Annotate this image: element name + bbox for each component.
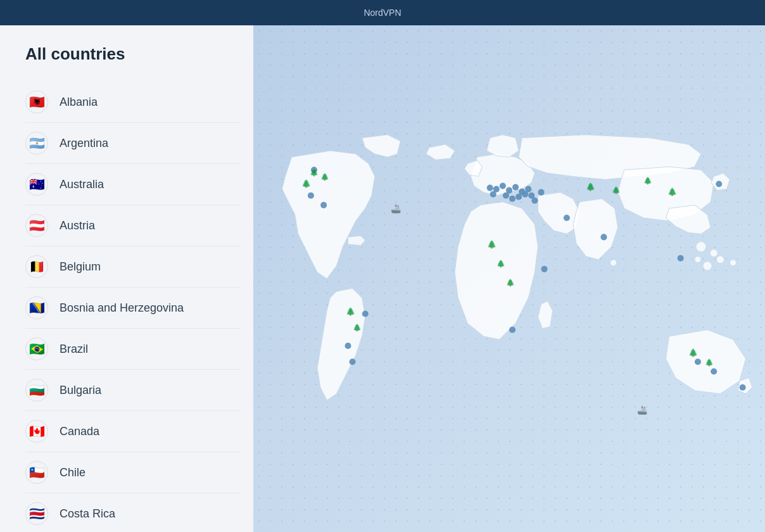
- svg-point-26: [600, 234, 607, 240]
- svg-text:🌲: 🌲: [705, 358, 714, 367]
- svg-point-14: [509, 196, 515, 202]
- country-item-belgium[interactable]: 🇧🇪Belgium: [25, 246, 241, 288]
- country-name-canada: Canada: [60, 425, 99, 438]
- svg-text:🌲: 🌲: [688, 348, 699, 358]
- country-item-austria[interactable]: 🇦🇹Austria: [25, 205, 241, 246]
- title-bar: NordVPN: [0, 0, 765, 25]
- main-container: All countries 🇦🇱Albania🇦🇷Argentina🇦🇺Aust…: [0, 25, 765, 532]
- svg-point-15: [515, 194, 522, 200]
- country-name-austria: Austria: [60, 219, 95, 232]
- country-item-australia[interactable]: 🇦🇺Australia: [25, 164, 241, 205]
- svg-point-21: [531, 198, 538, 204]
- app-title: NordVPN: [364, 8, 401, 18]
- svg-text:🌲: 🌲: [310, 168, 319, 177]
- svg-point-6: [730, 260, 736, 266]
- svg-point-23: [564, 215, 570, 221]
- svg-point-19: [487, 185, 493, 191]
- svg-text:🌲: 🌲: [643, 176, 652, 185]
- country-name-albania: Albania: [60, 96, 98, 109]
- country-name-bosnia: Bosnia and Herzegovina: [60, 301, 184, 315]
- svg-point-18: [490, 191, 496, 198]
- svg-text:🌲: 🌲: [487, 239, 497, 250]
- svg-point-1: [696, 241, 706, 251]
- world-map: 🌲 🌲 🌲 🌲 🌲 🌲 🌲 🌲 🌲 🌲 🌲 🌲 🌲 🌲 🚢 🚢 🚢: [253, 25, 765, 532]
- flag-costa-rica: 🇨🇷: [25, 502, 48, 525]
- svg-point-28: [716, 180, 722, 187]
- flag-albania: 🇦🇱: [25, 91, 48, 113]
- svg-text:🌲: 🌲: [320, 172, 329, 181]
- svg-point-5: [716, 256, 724, 263]
- country-item-brazil[interactable]: 🇧🇷Brazil: [25, 329, 241, 370]
- sidebar[interactable]: All countries 🇦🇱Albania🇦🇷Argentina🇦🇺Aust…: [0, 25, 253, 532]
- flag-australia: 🇦🇺: [25, 173, 48, 196]
- country-name-costa-rica: Costa Rica: [60, 507, 115, 521]
- svg-text:🌲: 🌲: [667, 187, 678, 197]
- svg-text:🌲: 🌲: [586, 182, 596, 192]
- country-list: 🇦🇱Albania🇦🇷Argentina🇦🇺Australia🇦🇹Austria…: [25, 82, 241, 532]
- country-name-australia: Australia: [60, 178, 104, 191]
- flag-chile: 🇨🇱: [25, 461, 48, 484]
- flag-bosnia: 🇧🇦: [25, 296, 48, 319]
- svg-point-37: [345, 343, 351, 349]
- country-item-bosnia[interactable]: 🇧🇦Bosnia and Herzegovina: [25, 288, 241, 329]
- country-item-canada[interactable]: 🇨🇦Canada: [25, 411, 241, 452]
- svg-point-34: [320, 202, 327, 208]
- svg-point-24: [541, 266, 548, 272]
- svg-text:🚢: 🚢: [391, 203, 401, 214]
- svg-point-25: [509, 327, 515, 333]
- flag-argentina: 🇦🇷: [25, 132, 48, 155]
- svg-point-30: [711, 368, 717, 374]
- svg-text:🌲: 🌲: [612, 186, 621, 194]
- svg-text:🚢: 🚢: [637, 405, 648, 415]
- flag-austria: 🇦🇹: [25, 214, 48, 237]
- svg-point-35: [362, 311, 369, 317]
- svg-text:🌲: 🌲: [496, 259, 505, 268]
- svg-point-2: [710, 250, 718, 257]
- flag-bulgaria: 🇧🇬: [25, 379, 48, 402]
- svg-point-3: [695, 256, 701, 263]
- svg-text:🌲: 🌲: [301, 179, 312, 189]
- country-item-costa-rica[interactable]: 🇨🇷Costa Rica: [25, 493, 241, 532]
- svg-point-22: [538, 189, 544, 196]
- country-item-albania[interactable]: 🇦🇱Albania: [25, 82, 241, 123]
- country-item-chile[interactable]: 🇨🇱Chile: [25, 452, 241, 493]
- svg-point-29: [695, 358, 701, 365]
- svg-point-31: [740, 384, 746, 391]
- country-name-argentina: Argentina: [60, 137, 108, 150]
- svg-point-27: [678, 255, 684, 262]
- svg-point-13: [503, 193, 509, 199]
- svg-point-17: [525, 186, 531, 193]
- svg-text:🌲: 🌲: [506, 278, 515, 287]
- country-name-chile: Chile: [60, 466, 85, 479]
- svg-text:🌲: 🌲: [353, 323, 362, 332]
- country-item-bulgaria[interactable]: 🇧🇬Bulgaria: [25, 370, 241, 411]
- country-name-belgium: Belgium: [60, 260, 101, 274]
- flag-brazil: 🇧🇷: [25, 338, 48, 360]
- country-name-brazil: Brazil: [60, 343, 88, 356]
- svg-point-33: [308, 193, 314, 199]
- svg-point-4: [703, 262, 712, 270]
- flag-canada: 🇨🇦: [25, 420, 48, 443]
- svg-point-36: [350, 358, 356, 365]
- flag-belgium: 🇧🇪: [25, 255, 48, 278]
- svg-text:🌲: 🌲: [346, 307, 356, 317]
- country-item-argentina[interactable]: 🇦🇷Argentina: [25, 123, 241, 164]
- svg-point-7: [610, 260, 617, 266]
- map-area: 🌲 🌲 🌲 🌲 🌲 🌲 🌲 🌲 🌲 🌲 🌲 🌲 🌲 🌲 🚢 🚢 🚢: [253, 25, 765, 532]
- svg-point-11: [512, 184, 519, 191]
- sidebar-title: All countries: [25, 44, 241, 64]
- svg-point-9: [500, 183, 506, 189]
- country-name-bulgaria: Bulgaria: [60, 384, 101, 397]
